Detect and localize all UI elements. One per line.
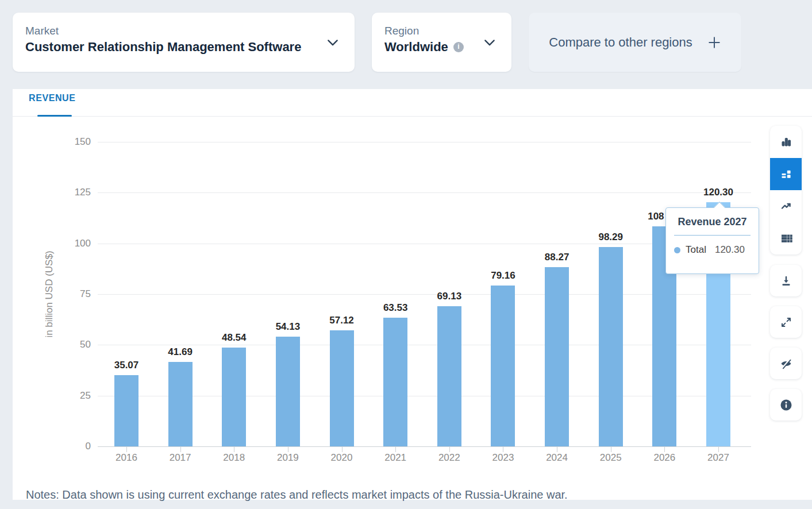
- x-tick-label: 2025: [585, 452, 637, 464]
- bar-value-label: 108: [648, 211, 664, 222]
- gridline: [98, 192, 751, 193]
- bar-value-label: 98.29: [598, 232, 623, 243]
- x-tick-label: 2019: [262, 452, 314, 464]
- x-tick-label: 2027: [692, 452, 744, 464]
- tooltip-separator: [674, 235, 751, 236]
- tab-active-underline: [37, 115, 72, 117]
- line-chart-button[interactable]: [770, 190, 802, 222]
- x-tick: [718, 447, 719, 452]
- bar-value-label: 88.27: [545, 252, 569, 263]
- x-axis-line: [98, 446, 751, 447]
- dashboard-icon: [780, 168, 792, 180]
- download-button[interactable]: [770, 265, 802, 296]
- bar-2025[interactable]: [599, 247, 623, 446]
- info-icon: [779, 398, 793, 412]
- filter-bar: Market Customer Relationship Management …: [13, 13, 741, 72]
- info-button[interactable]: [770, 389, 802, 421]
- bar-value-label: 48.54: [222, 332, 247, 344]
- x-tick: [126, 447, 127, 452]
- y-tick-label: 50: [51, 339, 91, 350]
- x-tick-label: 2018: [208, 452, 260, 464]
- region-label: Region: [384, 24, 477, 38]
- bar-value-label: 57.12: [329, 315, 354, 326]
- y-tick-label: 0: [51, 441, 91, 452]
- tooltip-value: 120.30: [715, 244, 745, 256]
- market-dropdown[interactable]: Market Customer Relationship Management …: [13, 13, 355, 72]
- region-dropdown[interactable]: Region Worldwide i: [372, 13, 511, 72]
- tab-revenue[interactable]: REVENUE: [29, 93, 76, 103]
- compare-regions-label: Compare to other regions: [549, 35, 692, 50]
- dashboard-view-button[interactable]: [770, 158, 802, 190]
- chevron-down-icon: [482, 35, 497, 50]
- bar-value-label: 120.30: [703, 187, 733, 198]
- x-tick-label: 2024: [531, 452, 583, 464]
- bar-value-label: 69.13: [437, 291, 462, 302]
- bar-2019[interactable]: [276, 337, 300, 446]
- x-tick: [288, 447, 288, 452]
- bar-2017[interactable]: [168, 362, 193, 446]
- table-icon: [780, 232, 792, 245]
- x-tick-label: 2022: [424, 452, 475, 464]
- market-label: Market: [25, 24, 320, 38]
- x-tick-label: 2016: [101, 452, 152, 464]
- x-tick: [234, 447, 234, 452]
- x-tick-label: 2023: [477, 452, 529, 464]
- x-tick-label: 2017: [155, 452, 206, 464]
- x-tick-label: 2026: [638, 452, 690, 464]
- tooltip-series-label: Total: [686, 244, 706, 256]
- x-tick: [557, 447, 557, 452]
- bar-2016[interactable]: [114, 375, 138, 446]
- y-tick-label: 75: [51, 288, 91, 300]
- tab-bar: REVENUE: [13, 89, 812, 117]
- series-dot-icon: [674, 247, 680, 253]
- x-tick: [449, 447, 450, 452]
- chart-notes: Notes: Data shown is using current excha…: [26, 488, 568, 502]
- x-tick: [342, 447, 342, 452]
- tooltip-title: Revenue 2027: [666, 216, 759, 228]
- column-chart-icon: [780, 136, 792, 148]
- fullscreen-icon: [780, 316, 792, 329]
- bar-2023[interactable]: [491, 286, 515, 446]
- plus-icon: [707, 36, 721, 49]
- compare-regions-button[interactable]: Compare to other regions: [529, 13, 741, 72]
- download-icon: [780, 275, 792, 287]
- y-tick-label: 25: [51, 390, 91, 402]
- bar-value-label: 54.13: [276, 321, 301, 333]
- chart-tooltip: Revenue 2027 Total 120.30: [665, 207, 759, 274]
- bar-value-label: 79.16: [491, 270, 515, 282]
- bar-value-label: 35.07: [114, 360, 139, 371]
- tooltip-row: Total 120.30: [674, 244, 751, 256]
- x-tick-label: 2020: [316, 452, 368, 464]
- y-tick-label: 150: [51, 136, 91, 148]
- hide-icon: [780, 357, 792, 370]
- bar-2022[interactable]: [437, 306, 461, 446]
- bar-2021[interactable]: [383, 318, 407, 446]
- bar-2020[interactable]: [330, 330, 354, 446]
- x-tick-label: 2021: [370, 452, 421, 464]
- bar-value-label: 63.53: [383, 302, 408, 314]
- chart-type-switcher: [770, 126, 802, 254]
- x-tick: [664, 447, 665, 452]
- bar-2024[interactable]: [545, 267, 569, 446]
- chevron-down-icon: [325, 35, 340, 50]
- region-value: Worldwide i: [384, 38, 477, 56]
- bar-value-label: 41.69: [168, 346, 193, 358]
- gridline: [98, 142, 751, 142]
- chart-toolbar: [770, 126, 802, 430]
- hide-button[interactable]: [770, 348, 802, 379]
- y-tick-label: 125: [51, 187, 91, 198]
- table-view-button[interactable]: [770, 222, 802, 254]
- fullscreen-button[interactable]: [770, 306, 802, 338]
- x-tick: [503, 447, 503, 452]
- region-info-icon[interactable]: i: [453, 42, 464, 52]
- market-value: Customer Relationship Management Softwar…: [25, 38, 320, 56]
- column-chart-button[interactable]: [770, 126, 802, 158]
- x-tick: [395, 447, 396, 452]
- x-tick: [611, 447, 611, 452]
- bar-2018[interactable]: [222, 348, 246, 446]
- x-tick: [180, 447, 181, 452]
- region-value-text: Worldwide: [384, 38, 448, 56]
- line-chart-icon: [780, 200, 792, 213]
- y-tick-label: 100: [51, 238, 91, 249]
